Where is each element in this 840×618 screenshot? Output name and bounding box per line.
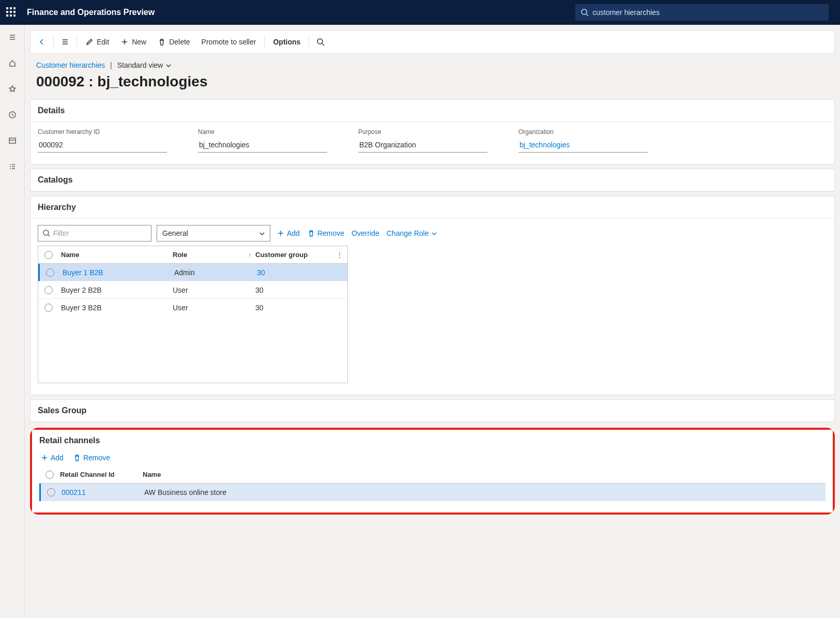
chevron-down-icon xyxy=(431,230,437,236)
plus-icon xyxy=(120,38,129,46)
row-name[interactable]: Buyer 3 B2B xyxy=(59,304,173,312)
row-name[interactable]: Buyer 1 B2B xyxy=(60,268,174,277)
retail-col-name-header[interactable]: Name xyxy=(143,471,826,478)
plus-icon xyxy=(277,229,285,237)
hamburger-icon[interactable] xyxy=(4,29,21,46)
retail-row-id[interactable]: 000211 xyxy=(62,488,144,496)
hierarchy-id-label: Customer hierarchy ID xyxy=(38,128,167,135)
hierarchy-row[interactable]: Buyer 3 B2BUser30 xyxy=(38,299,347,316)
hierarchy-row[interactable]: Buyer 1 B2BAdmin30 xyxy=(38,264,347,281)
hierarchy-grid: Name Role↑ Customer group ⋮ Buyer 1 B2BA… xyxy=(38,246,348,383)
hierarchy-change-role-button[interactable]: Change Role xyxy=(386,227,438,239)
top-bar: Finance and Operations Preview xyxy=(0,0,840,25)
delete-button[interactable]: Delete xyxy=(152,35,195,49)
row-role: User xyxy=(173,304,255,312)
row-radio[interactable] xyxy=(46,268,54,277)
hierarchy-add-button[interactable]: Add xyxy=(276,227,301,239)
command-bar: Edit New Delete Promote to seller Option… xyxy=(30,31,834,53)
hierarchy-filter[interactable] xyxy=(38,225,151,242)
breadcrumb-separator: | xyxy=(110,61,112,69)
page-title: 000092 : bj_technologies xyxy=(36,73,829,90)
app-launcher-icon[interactable] xyxy=(6,7,17,18)
hierarchy-row[interactable]: Buyer 2 B2BUser30 xyxy=(38,281,347,299)
promote-button[interactable]: Promote to seller xyxy=(196,35,262,49)
plus-icon xyxy=(40,454,49,462)
retail-col-id-header[interactable]: Retail Channel Id xyxy=(60,471,143,478)
global-search-input[interactable] xyxy=(592,8,823,17)
details-header[interactable]: Details xyxy=(30,100,834,122)
grid-more-icon[interactable]: ⋮ xyxy=(336,251,343,259)
svg-point-21 xyxy=(43,230,49,235)
workspace-icon[interactable] xyxy=(4,132,21,149)
options-button[interactable]: Options xyxy=(268,35,306,49)
row-radio[interactable] xyxy=(47,488,55,496)
global-search[interactable] xyxy=(575,4,829,21)
purpose-label: Purpose xyxy=(358,128,487,135)
svg-point-0 xyxy=(582,9,587,14)
sales-group-header[interactable]: Sales Group xyxy=(30,400,834,422)
chevron-down-icon xyxy=(258,230,265,236)
trash-icon xyxy=(158,38,166,46)
details-panel: Details Customer hierarchy ID 000092 Nam… xyxy=(30,99,835,164)
select-all-radio[interactable] xyxy=(44,251,53,259)
home-icon[interactable] xyxy=(4,55,21,71)
hierarchy-id-value[interactable]: 000092 xyxy=(38,138,167,153)
row-role: Admin xyxy=(174,268,257,277)
retail-row[interactable]: 000211AW Business online store xyxy=(39,484,826,501)
svg-rect-6 xyxy=(9,138,16,143)
hierarchy-remove-button[interactable]: Remove xyxy=(306,227,345,239)
clock-icon[interactable] xyxy=(4,107,21,123)
modules-icon[interactable] xyxy=(4,158,21,175)
retail-highlight-box: Retail channels Add Remove Retail Channe… xyxy=(30,428,835,515)
star-icon[interactable] xyxy=(4,81,21,97)
hierarchy-filter-input[interactable] xyxy=(53,229,147,237)
organization-value[interactable]: bj_technologies xyxy=(518,138,648,153)
hierarchy-panel: Hierarchy General Add Remove Override Ch… xyxy=(30,196,835,395)
list-toggle-button[interactable] xyxy=(57,35,73,49)
row-name[interactable]: Buyer 2 B2B xyxy=(59,286,173,294)
row-group[interactable]: 30 xyxy=(255,304,338,312)
breadcrumb-link[interactable]: Customer hierarchies xyxy=(36,61,105,69)
svg-line-20 xyxy=(322,43,324,46)
app-title: Finance and Operations Preview xyxy=(27,8,155,17)
retail-remove-button[interactable]: Remove xyxy=(72,451,111,464)
purpose-value[interactable]: B2B Organization xyxy=(358,138,487,153)
hierarchy-header[interactable]: Hierarchy xyxy=(30,197,834,219)
search-icon xyxy=(42,229,50,237)
trash-icon xyxy=(307,229,315,237)
view-selector[interactable]: Standard view xyxy=(117,61,172,69)
row-radio[interactable] xyxy=(44,304,53,312)
search-icon xyxy=(581,8,588,17)
row-radio[interactable] xyxy=(44,286,53,294)
col-group-header[interactable]: Customer group xyxy=(255,251,338,259)
name-value[interactable]: bj_technologies xyxy=(198,138,327,153)
retail-add-button[interactable]: Add xyxy=(39,451,65,464)
edit-button[interactable]: Edit xyxy=(80,35,114,49)
pencil-icon xyxy=(85,38,94,46)
main-content: Edit New Delete Promote to seller Option… xyxy=(25,25,840,618)
retail-select-all-radio[interactable] xyxy=(45,471,54,479)
sales-group-panel: Sales Group xyxy=(30,399,835,423)
svg-line-1 xyxy=(586,14,588,16)
retail-row-name: AW Business online store xyxy=(144,488,826,496)
cmdbar-search-button[interactable] xyxy=(312,35,329,49)
back-button[interactable] xyxy=(34,35,50,49)
name-label: Name xyxy=(198,128,327,135)
retail-header[interactable]: Retail channels xyxy=(32,430,833,451)
retail-channels-panel: Retail channels Add Remove Retail Channe… xyxy=(32,430,833,513)
sort-asc-icon: ↑ xyxy=(249,252,252,258)
chevron-down-icon xyxy=(165,62,171,68)
col-role-header[interactable]: Role↑ xyxy=(173,251,255,259)
catalogs-header[interactable]: Catalogs xyxy=(30,169,834,191)
catalogs-panel: Catalogs xyxy=(30,169,835,192)
retail-grid: Retail Channel Id Name 000211AW Business… xyxy=(39,466,826,501)
new-button[interactable]: New xyxy=(115,35,151,49)
hierarchy-select[interactable]: General xyxy=(157,225,270,242)
hierarchy-override-button[interactable]: Override xyxy=(350,227,380,239)
row-group[interactable]: 30 xyxy=(255,286,338,294)
svg-line-22 xyxy=(48,235,50,237)
svg-point-19 xyxy=(317,39,323,44)
col-name-header[interactable]: Name xyxy=(59,251,173,259)
row-group[interactable]: 30 xyxy=(257,268,340,277)
organization-label: Organization xyxy=(518,128,648,135)
